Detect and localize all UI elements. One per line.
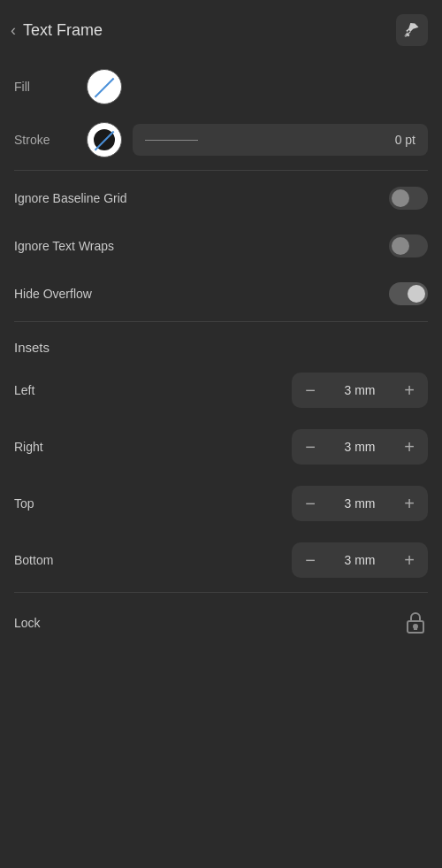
toggle-hide-overflow[interactable] [389, 282, 428, 305]
inset-value-right: 3 mm [329, 440, 391, 454]
inset-label-right: Right [14, 440, 292, 454]
toggle-ignore-baseline-grid[interactable] [389, 187, 428, 210]
lock-icon-svg [406, 611, 425, 634]
inset-control-top: − 3 mm + [292, 486, 428, 521]
panel-title: Text Frame [23, 21, 103, 40]
fill-label: Fill [14, 80, 76, 94]
inset-row-bottom: Bottom − 3 mm + [0, 532, 442, 588]
insets-header: Insets [0, 326, 442, 362]
stroke-value: 0 pt [395, 133, 415, 147]
lock-row: Lock [0, 596, 442, 649]
inset-label-left: Left [14, 383, 292, 397]
toggle-ignore-text-wraps[interactable] [389, 234, 428, 257]
stroke-inner [94, 129, 115, 150]
inset-control-right: − 3 mm + [292, 429, 428, 465]
toggle-row-0: Ignore Baseline Grid [0, 174, 442, 222]
divider-3 [14, 592, 428, 593]
stroke-line [145, 140, 198, 141]
inset-row-left: Left − 3 mm + [0, 362, 442, 419]
header-left: ‹ Text Frame [11, 21, 103, 40]
lock-button[interactable] [403, 611, 428, 635]
stroke-row: Stroke 0 pt [0, 113, 442, 166]
inset-left-minus[interactable]: − [292, 373, 329, 408]
divider-1 [14, 170, 428, 171]
inset-top-minus[interactable]: − [292, 486, 329, 521]
pushpin-icon [403, 21, 421, 39]
panel-header: ‹ Text Frame [0, 0, 442, 60]
inset-row-right: Right − 3 mm + [0, 419, 442, 475]
text-frame-panel: ‹ Text Frame Fill Stroke 0 pt Ign [0, 0, 442, 649]
stroke-swatch[interactable] [87, 122, 122, 157]
lock-label: Lock [14, 616, 41, 630]
inset-left-plus[interactable]: + [391, 373, 428, 408]
toggle-row-1: Ignore Text Wraps [0, 222, 442, 270]
inset-value-bottom: 3 mm [329, 553, 391, 567]
inset-bottom-plus[interactable]: + [391, 542, 428, 578]
inset-right-minus[interactable]: − [292, 429, 329, 465]
toggle-knob-2 [408, 285, 425, 303]
inset-value-left: 3 mm [329, 383, 391, 397]
inset-row-top: Top − 3 mm + [0, 475, 442, 532]
toggle-label-2: Hide Overflow [14, 287, 92, 301]
fill-row: Fill [0, 60, 442, 113]
stroke-value-box[interactable]: 0 pt [133, 124, 428, 156]
toggle-label-1: Ignore Text Wraps [14, 239, 114, 253]
toggle-label-0: Ignore Baseline Grid [14, 191, 127, 205]
inset-label-top: Top [14, 496, 292, 511]
back-button[interactable]: ‹ [11, 21, 16, 40]
toggle-knob-1 [392, 237, 409, 255]
inset-label-bottom: Bottom [14, 553, 292, 567]
stroke-label: Stroke [14, 133, 76, 147]
pin-button[interactable] [396, 14, 428, 46]
inset-bottom-minus[interactable]: − [292, 542, 329, 578]
toggle-row-2: Hide Overflow [0, 270, 442, 318]
svg-rect-3 [415, 626, 416, 629]
inset-value-top: 3 mm [329, 496, 391, 511]
fill-swatch[interactable] [87, 69, 122, 104]
inset-right-plus[interactable]: + [391, 429, 428, 465]
inset-top-plus[interactable]: + [391, 486, 428, 521]
divider-2 [14, 321, 428, 322]
inset-control-left: − 3 mm + [292, 373, 428, 408]
inset-control-bottom: − 3 mm + [292, 542, 428, 578]
toggle-knob-0 [392, 189, 409, 207]
